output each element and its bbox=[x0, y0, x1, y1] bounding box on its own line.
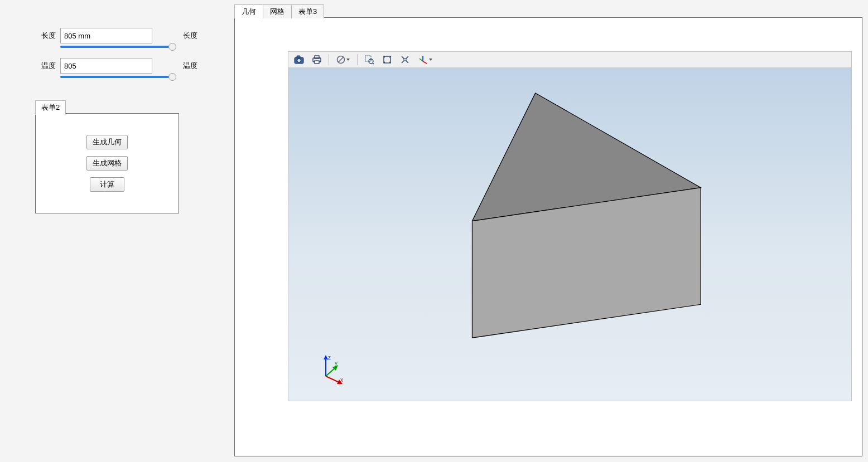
tab-form3[interactable]: 表单3 bbox=[291, 4, 324, 18]
zoom-selected-icon[interactable] bbox=[398, 53, 412, 66]
zoom-box-icon[interactable] bbox=[362, 53, 377, 66]
length-input[interactable] bbox=[60, 28, 152, 43]
main-tabs: 几何 网格 表单3 bbox=[234, 4, 862, 18]
svg-line-15 bbox=[419, 59, 423, 61]
no-selection-dropdown-icon[interactable] bbox=[334, 53, 353, 66]
main-panel: 几何 网格 表单3 bbox=[234, 4, 862, 456]
toolbar-separator bbox=[357, 54, 358, 65]
view-orientation-dropdown-icon[interactable] bbox=[416, 53, 435, 66]
graphics-area: z x y bbox=[288, 51, 852, 402]
graphics-toolbar bbox=[288, 51, 852, 68]
axis-x-label: x bbox=[340, 377, 343, 383]
svg-rect-8 bbox=[365, 56, 371, 61]
tab-geometry[interactable]: 几何 bbox=[234, 4, 263, 18]
generate-mesh-button[interactable]: 生成网格 bbox=[86, 156, 128, 171]
3d-viewport[interactable]: z x y bbox=[288, 68, 852, 401]
left-panel: 长度 长度 温度 温度 表单2 生成几何 生成网格 计算 bbox=[0, 0, 234, 462]
axis-triad-icon: z x y bbox=[314, 354, 347, 385]
compute-button[interactable]: 计算 bbox=[90, 177, 124, 192]
temperature-label-left: 温度 bbox=[10, 61, 60, 71]
temperature-input[interactable] bbox=[60, 58, 152, 74]
temperature-slider[interactable] bbox=[60, 76, 172, 78]
camera-snapshot-icon[interactable] bbox=[292, 53, 306, 66]
toolbar-separator bbox=[329, 54, 329, 65]
length-label-right: 长度 bbox=[183, 31, 197, 41]
axis-y-label: y bbox=[335, 360, 337, 366]
main-frame: z x y bbox=[234, 17, 862, 456]
svg-line-7 bbox=[339, 57, 344, 62]
svg-rect-5 bbox=[315, 61, 319, 64]
zoom-extents-icon[interactable] bbox=[380, 53, 394, 66]
form2-tab[interactable]: 表单2 bbox=[35, 100, 66, 115]
tab-mesh[interactable]: 网格 bbox=[263, 4, 292, 18]
svg-line-10 bbox=[373, 63, 374, 64]
generate-geometry-button[interactable]: 生成几何 bbox=[86, 135, 128, 149]
print-icon[interactable] bbox=[310, 53, 324, 66]
svg-rect-1 bbox=[297, 56, 300, 58]
axis-z-label: z bbox=[328, 354, 331, 361]
param-row-temperature: 温度 温度 bbox=[10, 58, 224, 74]
form2-body: 生成几何 生成网格 计算 bbox=[35, 113, 179, 213]
svg-rect-12 bbox=[404, 59, 406, 61]
length-label-left: 长度 bbox=[10, 31, 60, 41]
temperature-label-right: 温度 bbox=[183, 61, 197, 71]
form2-panel: 表单2 生成几何 生成网格 计算 bbox=[35, 100, 180, 206]
geometry-prism-icon bbox=[288, 68, 851, 401]
svg-line-14 bbox=[423, 61, 427, 64]
length-slider[interactable] bbox=[60, 46, 172, 48]
svg-point-2 bbox=[297, 59, 301, 62]
svg-marker-19 bbox=[324, 355, 328, 359]
param-row-length: 长度 长度 bbox=[10, 28, 224, 43]
